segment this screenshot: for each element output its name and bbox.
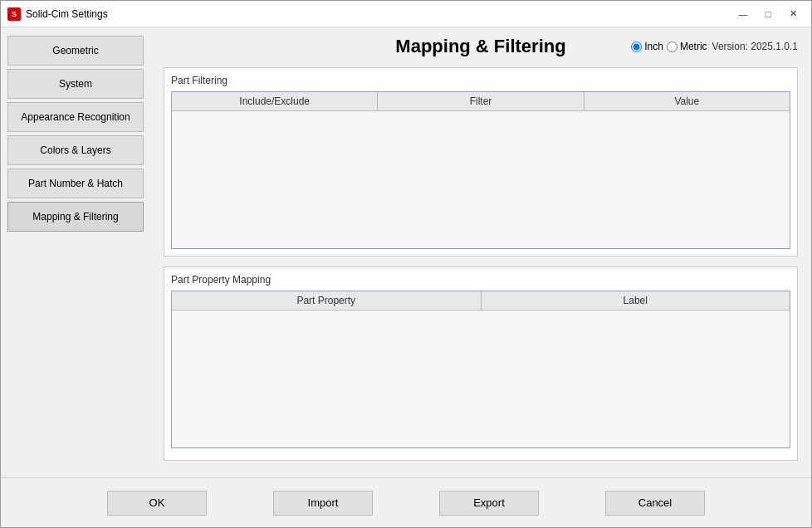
part-filtering-section: Part Filtering Include/Exclude Filter Va… xyxy=(164,67,798,257)
part-filtering-title: Part Filtering xyxy=(171,75,790,86)
metric-label: Metric xyxy=(680,41,707,52)
part-property-mapping-header-row: Part Property Label xyxy=(172,291,790,310)
footer: OK Import Export Cancel xyxy=(1,477,811,527)
sidebar-item-geometric[interactable]: Geometric xyxy=(7,36,144,66)
part-property-header: Part Property xyxy=(172,291,482,310)
filter-header: Filter xyxy=(378,92,584,110)
minimize-button[interactable]: — xyxy=(731,6,755,22)
content-area: Geometric System Appearance Recognition … xyxy=(1,27,811,477)
part-filtering-table: Include/Exclude Filter Value xyxy=(171,91,790,249)
inch-label: Inch xyxy=(644,41,663,52)
label-header: Label xyxy=(482,291,790,310)
sidebar-item-system[interactable]: System xyxy=(7,69,144,99)
window-controls: — □ ✕ xyxy=(731,6,805,22)
title-bar: S Solid-Cim Settings — □ ✕ xyxy=(1,1,811,27)
sidebar-item-colors-layers[interactable]: Colors & Layers xyxy=(7,135,144,165)
part-filtering-body xyxy=(172,111,790,248)
version-label: Version: 2025.1.0.1 xyxy=(712,41,798,52)
part-property-mapping-table: Part Property Label xyxy=(171,291,790,448)
part-filtering-header-row: Include/Exclude Filter Value xyxy=(172,92,790,111)
sidebar-item-appearance-recognition[interactable]: Appearance Recognition xyxy=(7,102,144,132)
window-title: Solid-Cim Settings xyxy=(26,8,731,20)
ok-button[interactable]: OK xyxy=(107,491,207,516)
main-window: S Solid-Cim Settings — □ ✕ Geometric Sys… xyxy=(0,0,812,528)
maximize-button[interactable]: □ xyxy=(756,6,780,22)
sidebar-item-part-number-hatch[interactable]: Part Number & Hatch xyxy=(7,169,144,198)
cancel-button[interactable]: Cancel xyxy=(605,491,705,516)
page-title: Mapping & Filtering xyxy=(395,36,565,57)
close-button[interactable]: ✕ xyxy=(781,6,805,22)
part-property-mapping-title: Part Property Mapping xyxy=(171,274,790,286)
sidebar-item-mapping-filtering[interactable]: Mapping & Filtering xyxy=(7,202,144,232)
part-property-mapping-body xyxy=(172,310,790,447)
inch-radio-label[interactable]: Inch xyxy=(631,41,663,52)
value-header: Value xyxy=(585,92,790,110)
header-row: Mapping & Filtering Inch Metric Version:… xyxy=(164,36,798,57)
import-button[interactable]: Import xyxy=(273,491,373,516)
app-icon: S xyxy=(7,7,21,21)
inch-radio[interactable] xyxy=(631,42,642,52)
sidebar: Geometric System Appearance Recognition … xyxy=(1,27,150,477)
unit-version-area: Inch Metric Version: 2025.1.0.1 xyxy=(631,41,798,52)
include-exclude-header: Include/Exclude xyxy=(172,92,378,110)
part-property-mapping-section: Part Property Mapping Part Property Labe… xyxy=(164,266,798,461)
metric-radio-label[interactable]: Metric xyxy=(667,41,707,52)
metric-radio[interactable] xyxy=(667,42,677,52)
main-panel: Mapping & Filtering Inch Metric Version:… xyxy=(150,27,811,477)
unit-radio-group: Inch Metric xyxy=(631,41,707,52)
export-button[interactable]: Export xyxy=(439,491,539,516)
